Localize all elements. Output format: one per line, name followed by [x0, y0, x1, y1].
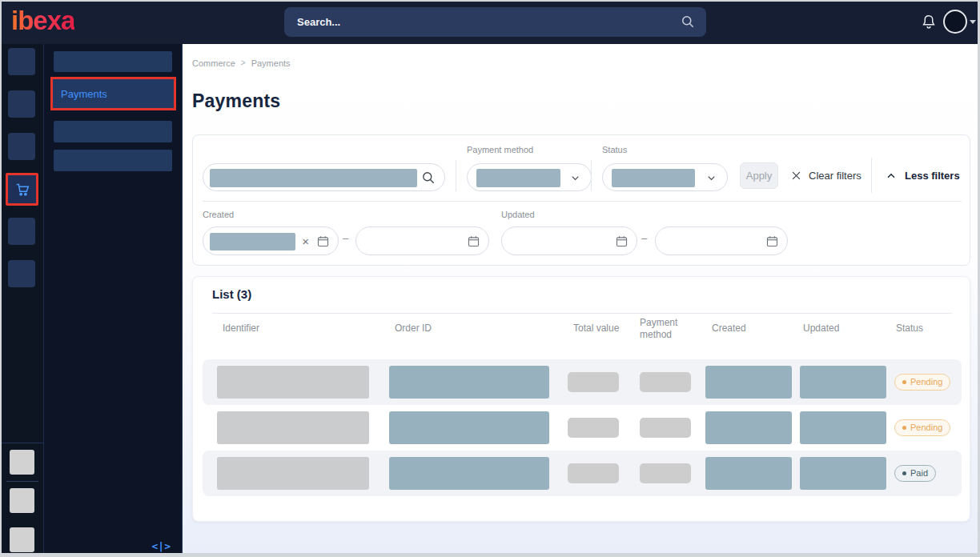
breadcrumb-commerce[interactable]: Commerce: [192, 58, 235, 68]
list-divider: [212, 313, 952, 314]
redacted-created: [705, 411, 792, 444]
created-from-date-input[interactable]: ×: [203, 226, 339, 255]
filter-search-input[interactable]: [203, 163, 445, 191]
less-filters-label: Less filters: [905, 170, 960, 182]
status-dot-icon: [902, 426, 906, 430]
bottom-icon-placeholder-3[interactable]: [10, 527, 34, 552]
redacted-created: [705, 457, 792, 490]
redacted-identifier: [217, 366, 369, 399]
search-icon: [420, 170, 436, 186]
menu-item-placeholder-3[interactable]: [54, 150, 172, 171]
nav-icon-placeholder-3[interactable]: [8, 133, 35, 160]
menu-item-placeholder-1[interactable]: [54, 51, 172, 72]
menu-item-placeholder-2[interactable]: [54, 121, 172, 142]
col-identifier: Identifier: [223, 323, 259, 334]
bottom-icon-placeholder-1[interactable]: [10, 450, 34, 475]
rail-divider: [0, 443, 44, 443]
status-badge: Paid: [894, 465, 936, 482]
payment-method-label: Payment method: [467, 145, 533, 154]
redacted-updated: [800, 457, 886, 490]
list-heading: List (3): [212, 287, 251, 301]
col-created: Created: [712, 323, 746, 334]
redacted-updated: [800, 411, 886, 444]
redacted-order-id: [389, 457, 549, 490]
filters-row-divider: [203, 201, 962, 202]
redacted-created: [705, 366, 792, 399]
redacted-order-id: [389, 366, 549, 399]
redacted-total-value: [568, 418, 619, 438]
col-status: Status: [896, 323, 923, 334]
icon-sidebar: [0, 44, 44, 557]
calendar-icon[interactable]: [615, 234, 629, 248]
table-row[interactable]: Paid: [203, 451, 962, 496]
section-menu: Payments <|>: [44, 44, 183, 557]
filters-panel: Payment method Status Apply Clear filter…: [192, 134, 970, 266]
redacted-payment-method: [640, 372, 691, 392]
nav-icon-placeholder-4[interactable]: [8, 218, 35, 245]
chevron-down-icon: [569, 172, 581, 184]
close-icon: [790, 170, 802, 182]
breadcrumb: Commerce > Payments: [192, 58, 291, 68]
redacted-updated: [800, 366, 886, 399]
nav-icon-placeholder-1[interactable]: [8, 48, 35, 75]
topbar: ibexa: [0, 0, 980, 44]
table-row[interactable]: Pending: [203, 359, 962, 405]
notifications-bell-icon[interactable]: [920, 13, 938, 32]
bottom-icon-placeholder-2[interactable]: [10, 488, 34, 513]
sidebar-collapse-icon[interactable]: <|>: [152, 540, 171, 552]
page-title: Payments: [192, 90, 280, 112]
calendar-icon[interactable]: [316, 234, 330, 248]
global-search[interactable]: [284, 7, 706, 37]
created-to-date-input[interactable]: [355, 226, 489, 255]
commerce-cart-icon-active[interactable]: [6, 173, 38, 206]
clear-filters-button[interactable]: Clear filters: [790, 162, 862, 189]
redacted-select-value: [612, 169, 695, 187]
global-search-input[interactable]: [284, 7, 706, 37]
date-range-dash: –: [343, 232, 348, 244]
status-select[interactable]: [602, 163, 728, 191]
col-total-value: Total value: [573, 323, 619, 334]
redacted-payment-method: [640, 463, 691, 483]
date-range-dash: –: [641, 232, 647, 244]
breadcrumb-separator: >: [241, 58, 246, 68]
col-order-id: Order ID: [395, 323, 432, 334]
chevron-down-icon: [705, 172, 717, 184]
created-label: Created: [203, 210, 234, 219]
redacted-identifier: [217, 457, 369, 490]
redacted-search-value: [210, 169, 417, 187]
updated-from-date-input[interactable]: [501, 226, 637, 255]
payment-method-select[interactable]: [467, 163, 592, 191]
calendar-icon[interactable]: [467, 234, 480, 248]
redacted-identifier: [217, 411, 369, 444]
status-badge: Pending: [894, 419, 950, 436]
redacted-total-value: [568, 372, 619, 392]
less-filters-button[interactable]: Less filters: [885, 162, 960, 189]
filter-divider: [456, 160, 456, 191]
redacted-payment-method: [640, 418, 691, 438]
updated-label: Updated: [501, 210, 535, 219]
user-menu-caret-icon[interactable]: [970, 20, 976, 24]
col-payment-method: Payment method: [640, 317, 689, 341]
user-avatar[interactable]: [943, 10, 967, 34]
apply-button[interactable]: Apply: [740, 162, 778, 189]
status-dot-icon: [902, 471, 906, 475]
ibexa-logo: ibexa: [11, 6, 74, 36]
status-badge: Pending: [894, 374, 950, 391]
filter-divider: [871, 158, 872, 193]
clear-date-icon[interactable]: ×: [302, 235, 309, 247]
updated-to-date-input[interactable]: [655, 226, 788, 255]
status-label: Status: [602, 145, 627, 154]
menu-item-payments[interactable]: Payments: [50, 77, 176, 110]
nav-icon-placeholder-2[interactable]: [8, 90, 35, 118]
payments-list-panel: List (3) Identifier Order ID Total value…: [192, 276, 970, 522]
col-updated: Updated: [803, 323, 839, 334]
filter-divider: [591, 160, 592, 191]
cart-icon: [14, 181, 31, 198]
nav-icon-placeholder-5[interactable]: [8, 260, 35, 287]
calendar-icon[interactable]: [765, 234, 779, 248]
menu-item-payments-label: Payments: [53, 88, 107, 100]
rail-divider-small: [6, 481, 38, 482]
table-row[interactable]: Pending: [203, 405, 962, 451]
clear-filters-label: Clear filters: [809, 170, 862, 182]
redacted-order-id: [389, 411, 549, 444]
